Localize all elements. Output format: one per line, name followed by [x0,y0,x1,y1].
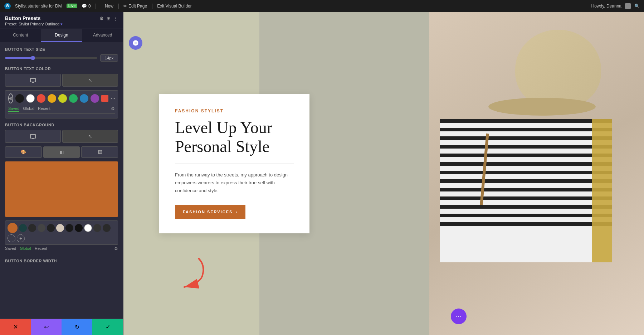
saved-tab-global[interactable]: Global [20,246,31,251]
color-white[interactable] [26,94,35,103]
swatch-charcoal[interactable] [93,224,101,232]
monitor-icon [30,78,36,82]
text-size-value[interactable]: 14px [100,54,118,62]
eyedropper-button[interactable]: ⊕ [8,93,13,103]
hat-brim [488,98,596,116]
right-area: FASHION STYLIST Level Up Your Personal S… [123,12,644,335]
swatch-black2[interactable] [47,224,55,232]
howdy-text: Howdy, Deanna [591,4,622,9]
cancel-button[interactable]: ✕ [0,319,31,335]
hero-cta-button[interactable]: FASHION SERVICES › [175,205,245,219]
swatch-orange-brown[interactable] [8,223,18,233]
top-bar-right: Howdy, Deanna 🔍 [591,3,640,9]
settings-icon[interactable]: ⚙ [99,16,104,21]
hero-desc: From the runway to the streets, my appro… [175,171,294,195]
saved-tab-saved[interactable]: Saved [5,246,16,251]
palette-tab-saved[interactable]: Saved [8,106,19,112]
exit-builder-button[interactable]: Exit Visual Builder [157,4,192,9]
color-red2[interactable] [101,95,108,102]
panel-content: Button Text Size 14px Button Text Color … [0,42,123,319]
cancel-icon: ✕ [13,324,18,330]
redo-icon: ↻ [75,324,79,330]
more-icon[interactable]: ⋮ [113,16,118,21]
text-color-picker: ↖ [5,74,118,87]
bg-solid-btn[interactable]: 🎨 [5,146,42,158]
bg-gradient-btn[interactable]: ◧ [43,146,80,158]
bg-type-row: 🎨 ◧ 🖼 [5,146,118,158]
hero-cta-label: FASHION SERVICES [183,210,233,214]
saved-tab-recent[interactable]: Recent [35,246,47,251]
divi-icon [132,40,139,46]
hero-eyebrow: FASHION STYLIST [175,108,294,113]
undo-button[interactable]: ↩ [31,319,62,335]
new-button[interactable]: + New [101,4,113,9]
hero-cta-arrow: › [235,210,238,214]
border-width-label: Button Border Width [5,259,118,263]
saved-palette-tabs: Saved Global Recent ⚙ [5,246,118,251]
tab-advanced[interactable]: Advanced [82,29,123,42]
bg-image-btn[interactable]: 🖼 [81,146,118,158]
color-red[interactable] [37,94,45,103]
text-color-cursor[interactable]: ↖ [62,74,118,87]
text-size-slider[interactable] [5,57,97,59]
palette-gear-icon[interactable]: ⚙ [111,106,115,112]
main-area: Button Presets ⚙ ⊞ ⋮ Preset: Stylist Pri… [0,12,644,335]
swatch-black4[interactable] [75,224,83,232]
swatch-beige[interactable] [56,224,64,232]
text-size-slider-row: 14px [5,54,118,62]
saved-swatches-section: + Saved Global Recent ⚙ [5,220,118,251]
color-blue[interactable] [80,94,88,103]
panel-tabs: Content Design Advanced [0,29,123,42]
bg-color-cursor[interactable]: ↖ [62,130,118,143]
text-color-desktop[interactable] [5,74,61,87]
wordpress-icon[interactable]: W [4,3,11,9]
monitor-icon-bg [30,134,36,139]
hero-divider [175,164,294,164]
live-badge: Live [67,4,77,8]
top-bar: W Stylist starter site for Divi Live 💬 0… [0,0,644,12]
more-options-button[interactable]: ··· [451,309,467,324]
swatch-black1[interactable] [28,224,36,232]
panel-subtitle: Preset: Stylist Primary Outlined ▾ [5,22,118,26]
saved-gear-icon[interactable]: ⚙ [114,246,118,251]
text-size-label: Button Text Size [5,47,118,52]
left-panel: Button Presets ⚙ ⊞ ⋮ Preset: Stylist Pri… [0,12,123,335]
add-swatch-button[interactable]: + [17,234,25,242]
bg-color-desktop[interactable] [5,130,61,143]
color-yellow-orange[interactable] [48,94,56,103]
bg-solid-icon: 🎨 [21,150,26,155]
undo-icon: ↩ [44,324,49,330]
swatch-black3[interactable] [65,224,73,232]
palette-tab-global[interactable]: Global [23,106,34,112]
color-black[interactable] [15,94,24,103]
eyedropper-icon: ⊕ [9,96,13,101]
bg-gradient-icon: ◧ [60,150,64,155]
layout-icon[interactable]: ⊞ [107,16,111,21]
hero-title: Level Up Your Personal Style [175,118,294,156]
top-bar-left: W Stylist starter site for Divi Live 💬 0… [4,3,586,9]
tab-content[interactable]: Content [0,29,41,42]
swatch-transparent[interactable] [8,234,15,242]
shirt-body [440,119,612,262]
palette-top-row: ⊕ ··· [8,93,115,103]
avatar [625,3,631,9]
color-yellow-green[interactable] [58,94,67,103]
save-button[interactable]: ✓ [92,319,123,335]
search-icon[interactable]: 🔍 [634,4,640,9]
redo-button[interactable]: ↻ [62,319,92,335]
palette-tab-recent[interactable]: Recent [38,106,50,112]
edit-page-button[interactable]: ✏ Edit Page [123,4,147,9]
comment-icon[interactable]: 💬 0 [82,4,91,9]
swatch-dark-teal[interactable] [19,224,27,232]
save-icon: ✓ [106,324,110,330]
color-purple[interactable] [91,94,99,103]
swatch-dark-gray[interactable] [38,224,45,232]
swatch-dark[interactable] [103,224,111,232]
arrow-annotation [170,255,213,292]
divi-float-button[interactable] [129,36,142,50]
swatch-white[interactable] [84,224,92,232]
tab-design[interactable]: Design [41,29,82,42]
hero-card: FASHION STYLIST Level Up Your Personal S… [159,94,309,233]
more-dots[interactable]: ··· [111,95,115,102]
color-green[interactable] [69,94,78,103]
